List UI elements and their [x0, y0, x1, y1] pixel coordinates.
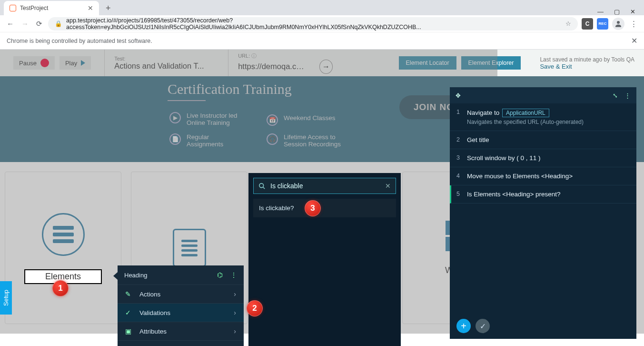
search-input[interactable]: [270, 182, 380, 190]
save-exit-link[interactable]: Save & Exit: [540, 63, 634, 70]
test-label: Test:: [114, 56, 218, 61]
chevron-right-icon: ›: [234, 327, 236, 335]
last-saved-text: Last saved a minute ago by Tools QA: [540, 56, 634, 63]
play-button[interactable]: Play: [59, 56, 91, 70]
browser-tab-strip: TestProject ✕ + — ▢ ✕: [0, 0, 644, 15]
reload-button[interactable]: ⟳: [34, 18, 44, 30]
hierarchy-icon[interactable]: ⌬: [217, 271, 223, 279]
url-label: URL: ⓘ: [238, 52, 333, 60]
collapse-panel-icon[interactable]: ⤡: [613, 92, 618, 99]
record-indicator-icon: [40, 59, 49, 67]
setup-tab[interactable]: Setup: [0, 281, 12, 315]
context-menu-title: Heading: [124, 272, 147, 279]
url-input[interactable]: 🔒 app.testproject.io/#/projects/169985/t…: [48, 17, 578, 31]
svg-line-2: [263, 187, 265, 188]
tab-title: TestProject: [20, 5, 48, 11]
play-icon: [81, 60, 85, 66]
minimize-button[interactable]: —: [597, 8, 604, 15]
context-item-validations[interactable]: ✓ Validations ›: [118, 303, 244, 322]
browser-tab[interactable]: TestProject ✕: [4, 1, 99, 15]
add-step-button[interactable]: +: [456, 319, 471, 333]
address-bar: ← → ⟳ 🔒 app.testproject.io/#/projects/16…: [0, 15, 644, 32]
menu-button[interactable]: ⋮: [628, 18, 639, 30]
context-item-actions[interactable]: ✎ Actions ›: [118, 285, 244, 303]
test-name: Actions and Validation T...: [114, 61, 218, 71]
step-2[interactable]: 2 Get title: [450, 131, 636, 149]
application-url-badge: ApplicationURL: [502, 109, 549, 117]
close-window-button[interactable]: ✕: [630, 8, 635, 15]
validation-search-panel: ✕ Is clickable?: [248, 173, 401, 346]
annotation-marker-3: 3: [305, 200, 321, 216]
maximize-button[interactable]: ▢: [614, 8, 620, 15]
steps-menu-icon[interactable]: ⋮: [624, 92, 631, 99]
element-context-menu: Heading ⌬ ⋮ ✎ Actions › ✓ Validations › …: [118, 265, 244, 346]
infobar-text: Chrome is being controlled by automated …: [7, 38, 152, 44]
context-item-attributes[interactable]: ▣ Attributes ›: [118, 322, 244, 340]
element-explorer-button[interactable]: Element Explorer: [461, 56, 521, 70]
test-steps-panel: ✥ ⤡ ⋮ 1 Navigate to ApplicationURL Navig…: [450, 87, 636, 339]
close-infobar-button[interactable]: ✕: [631, 36, 637, 45]
step-1[interactable]: 1 Navigate to ApplicationURL Navigates t…: [450, 103, 636, 131]
chevron-right-icon: ›: [234, 290, 236, 298]
search-box: ✕: [253, 178, 396, 194]
url-value: https://demoqa.com/: [238, 62, 305, 71]
window-controls: — ▢ ✕: [589, 8, 644, 15]
extension-c-icon[interactable]: C: [582, 18, 593, 30]
elements-icon: [42, 213, 85, 256]
search-result-item[interactable]: Is clickable?: [253, 199, 396, 217]
check-icon: ✓: [125, 309, 133, 316]
automation-infobar: Chrome is being controlled by automated …: [0, 32, 644, 50]
recorder-header: Pause Play Test: Actions and Validation …: [0, 50, 644, 76]
step-4[interactable]: 4 Move mouse to Elements <Heading>: [450, 167, 636, 185]
pause-button[interactable]: Pause: [13, 56, 55, 70]
search-icon: [258, 183, 266, 190]
clear-search-icon[interactable]: ✕: [385, 182, 391, 190]
step-3[interactable]: 3 Scroll window by ( 0 , 11 ): [450, 149, 636, 167]
context-item-save-element[interactable]: ⬇ Save Element: [118, 340, 244, 346]
lock-icon: 🔒: [55, 20, 62, 27]
tag-icon: ▣: [125, 327, 133, 335]
close-tab-icon[interactable]: ✕: [88, 4, 93, 12]
person-icon: [614, 20, 623, 28]
url-text: app.testproject.io/#/projects/169985/tes…: [66, 17, 562, 31]
chevron-right-icon: ›: [234, 309, 236, 316]
context-menu-more-icon[interactable]: ⋮: [230, 271, 237, 279]
annotation-marker-1: 1: [52, 280, 69, 296]
elements-card[interactable]: Elements: [5, 172, 121, 324]
back-button[interactable]: ←: [5, 18, 16, 30]
annotation-marker-2: 2: [247, 300, 263, 316]
profile-button[interactable]: [612, 18, 624, 30]
validate-steps-button[interactable]: ✓: [476, 319, 490, 333]
new-tab-button[interactable]: +: [104, 1, 113, 15]
svg-point-1: [259, 183, 264, 187]
bookmark-icon[interactable]: ☆: [565, 20, 571, 27]
forward-button[interactable]: →: [20, 18, 30, 30]
favicon-icon: [10, 5, 16, 11]
element-locator-button[interactable]: Element Locator: [399, 56, 456, 70]
navigate-button[interactable]: →: [319, 60, 333, 74]
forms-icon: [173, 229, 206, 267]
step-5[interactable]: 5 Is Elements <Heading> present?: [450, 185, 636, 204]
svg-point-0: [617, 21, 620, 24]
extension-rec-icon[interactable]: REC: [597, 18, 608, 30]
move-handle-icon[interactable]: ✥: [456, 92, 461, 99]
wand-icon: ✎: [125, 290, 133, 298]
